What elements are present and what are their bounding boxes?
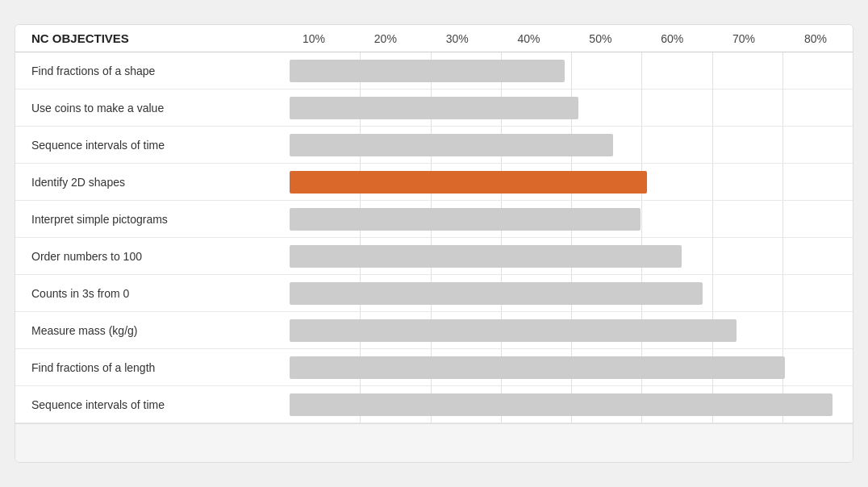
grid-line bbox=[782, 127, 783, 163]
bar-area bbox=[290, 386, 853, 422]
chart-footer bbox=[15, 423, 853, 462]
grid-line bbox=[853, 238, 853, 274]
tick-label: 80% bbox=[791, 32, 840, 45]
grid-line bbox=[712, 52, 713, 89]
grid-line bbox=[853, 386, 853, 422]
grid-line bbox=[853, 127, 853, 163]
bar bbox=[290, 134, 613, 156]
grid-line bbox=[782, 275, 783, 311]
grid-line bbox=[782, 164, 783, 200]
grid-line bbox=[641, 52, 642, 89]
grid-line bbox=[641, 89, 642, 126]
chart-row: Sequence intervals of time bbox=[15, 127, 853, 164]
chart-row: Find fractions of a length bbox=[15, 349, 853, 386]
grid-line bbox=[853, 164, 853, 200]
bar-area bbox=[290, 89, 853, 126]
grid-line bbox=[571, 52, 572, 89]
grid-line bbox=[853, 201, 853, 237]
chart-row: Order numbers to 100 bbox=[15, 238, 853, 275]
chart-row: Counts in 3s from 0 bbox=[15, 275, 853, 312]
bar-area bbox=[290, 201, 853, 237]
bar-area bbox=[290, 349, 853, 385]
row-label: Identify 2D shapes bbox=[15, 176, 290, 189]
grid-line bbox=[853, 275, 853, 311]
grid-line bbox=[782, 312, 783, 348]
grid-line bbox=[853, 312, 853, 348]
bar-area bbox=[290, 275, 853, 311]
row-label: Counts in 3s from 0 bbox=[15, 287, 290, 300]
bar-area bbox=[290, 127, 853, 163]
grid-line bbox=[782, 52, 783, 89]
grid-line bbox=[712, 201, 713, 237]
bar bbox=[290, 319, 737, 342]
bar bbox=[290, 393, 833, 416]
tick-label: 40% bbox=[505, 32, 553, 45]
bar bbox=[290, 356, 785, 379]
tick-label: 50% bbox=[576, 32, 624, 45]
chart-ticks: 10%20%30%40%50%60%70%80% bbox=[290, 32, 853, 45]
chart-row: Use coins to make a value bbox=[15, 89, 853, 127]
chart-row: Measure mass (kg/g) bbox=[15, 312, 853, 349]
bar bbox=[290, 282, 703, 305]
grid-line bbox=[782, 201, 783, 237]
chart-row: Sequence intervals of time bbox=[15, 386, 853, 423]
grid-line bbox=[853, 52, 853, 89]
bar-area bbox=[290, 312, 853, 348]
chart-row: Identify 2D shapes bbox=[15, 164, 853, 201]
bar bbox=[290, 245, 682, 268]
row-label: Sequence intervals of time bbox=[15, 398, 290, 411]
bar bbox=[290, 208, 641, 231]
bar-area bbox=[290, 238, 853, 274]
grid-line bbox=[712, 89, 713, 126]
grid-line bbox=[641, 201, 642, 237]
chart-header: NC OBJECTIVES 10%20%30%40%50%60%70%80% bbox=[15, 25, 853, 52]
chart-body: Find fractions of a shapeUse coins to ma… bbox=[15, 52, 853, 423]
tick-label: 60% bbox=[648, 32, 696, 45]
highlighted-bar bbox=[290, 171, 647, 194]
row-label: Interpret simple pictograms bbox=[15, 213, 290, 226]
grid-line bbox=[782, 238, 783, 274]
bar-area bbox=[290, 52, 853, 89]
row-label: Find fractions of a length bbox=[15, 361, 290, 374]
bar bbox=[290, 97, 578, 119]
grid-line bbox=[712, 164, 713, 200]
row-label: Sequence intervals of time bbox=[15, 139, 290, 152]
chart-container: NC OBJECTIVES 10%20%30%40%50%60%70%80% F… bbox=[15, 24, 853, 463]
tick-label: 10% bbox=[290, 32, 338, 45]
bar-area bbox=[290, 164, 853, 200]
grid-line bbox=[782, 89, 783, 126]
grid-line bbox=[641, 127, 642, 163]
grid-line bbox=[712, 275, 713, 311]
grid-line bbox=[853, 89, 853, 126]
row-label: Find fractions of a shape bbox=[15, 65, 290, 77]
tick-label: 30% bbox=[433, 32, 482, 45]
bar bbox=[290, 60, 565, 82]
chart-title: NC OBJECTIVES bbox=[15, 31, 290, 45]
tick-label: 70% bbox=[720, 32, 768, 45]
row-label: Measure mass (kg/g) bbox=[15, 324, 290, 337]
tick-label: 20% bbox=[361, 32, 410, 45]
grid-line bbox=[712, 238, 713, 274]
chart-row: Find fractions of a shape bbox=[15, 52, 853, 89]
chart-row: Interpret simple pictograms bbox=[15, 201, 853, 238]
row-label: Order numbers to 100 bbox=[15, 250, 290, 263]
row-label: Use coins to make a value bbox=[15, 102, 290, 114]
grid-line bbox=[712, 127, 713, 163]
grid-line bbox=[853, 349, 853, 385]
